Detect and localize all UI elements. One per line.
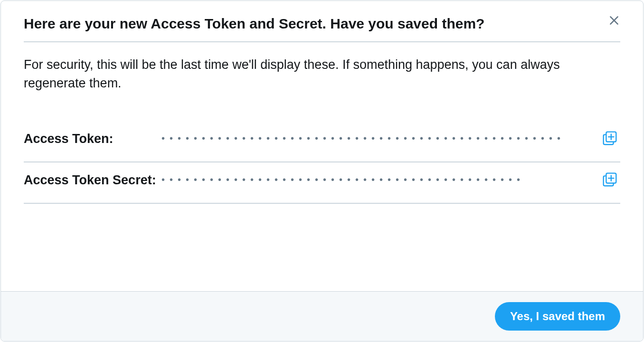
dialog-description: For security, this will be the last time… — [24, 56, 620, 93]
header-divider — [24, 41, 620, 42]
dialog-footer: Yes, I saved them — [1, 291, 643, 341]
confirm-saved-button[interactable]: Yes, I saved them — [495, 302, 620, 331]
access-token-secret-value: ••••••••••••••••••••••••••••••••••••••••… — [161, 174, 598, 185]
copy-access-token-secret-button[interactable] — [598, 168, 620, 191]
access-token-secret-row: Access Token Secret: •••••••••••••••••••… — [24, 162, 620, 203]
access-token-row: Access Token: ••••••••••••••••••••••••••… — [24, 121, 620, 162]
close-button[interactable] — [606, 12, 622, 30]
access-token-value: ••••••••••••••••••••••••••••••••••••••••… — [161, 133, 598, 144]
access-token-secret-label: Access Token Secret: — [24, 171, 161, 189]
access-token-dialog: Here are your new Access Token and Secre… — [0, 0, 644, 342]
copy-icon — [600, 170, 618, 190]
access-token-label: Access Token: — [24, 130, 161, 147]
close-icon — [608, 14, 620, 28]
dialog-body: Here are your new Access Token and Secre… — [1, 1, 643, 291]
row-divider — [24, 203, 620, 204]
copy-icon — [600, 129, 618, 148]
dialog-header: Here are your new Access Token and Secre… — [24, 14, 620, 33]
copy-access-token-button[interactable] — [598, 127, 620, 150]
dialog-title: Here are your new Access Token and Secre… — [24, 14, 484, 33]
